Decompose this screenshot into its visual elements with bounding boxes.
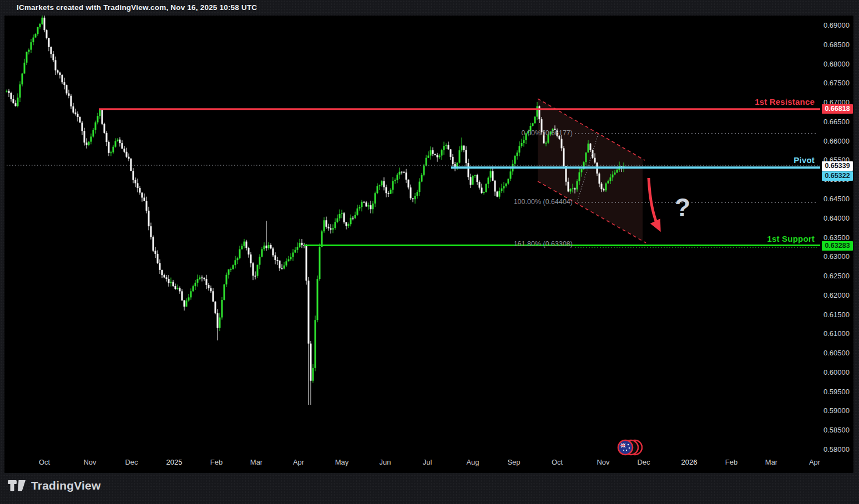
y-axis-tick: 0.62000 [823,291,852,299]
x-axis-tick: Feb [725,458,737,466]
x-axis-tick: Oct [552,458,563,466]
x-axis-tick: Nov [83,458,96,466]
pivot-label: Pivot [794,155,815,165]
y-axis-tick: 0.64000 [823,214,852,222]
y-axis-tick: 0.59000 [823,406,852,415]
y-axis-tick: 0.58000 [823,445,852,454]
x-axis-tick: Dec [125,458,138,466]
y-axis-tick: 0.59500 [823,388,852,396]
fib-level-0-label: 0.00% (0.66177) [522,129,573,137]
x-axis-tick: Aug [466,458,479,466]
last-price-badge: 0.65339 [822,161,853,171]
y-axis-tick: 0.61000 [823,329,852,338]
channel-fill [538,99,643,241]
tradingview-attribution[interactable]: TradingView [8,478,101,493]
plot-layer [6,15,821,405]
australia-flag-icon [616,438,643,458]
tradingview-chart-screenshot: ICmarkets created with TradingView.com, … [0,0,859,504]
x-axis-tick: Nov [597,458,609,466]
y-axis-tick: 0.68500 [823,40,852,49]
y-axis-tick: 0.68000 [823,60,852,68]
x-axis-tick: Dec [637,458,650,466]
y-axis-tick: 0.67500 [823,79,852,87]
x-axis-tick: Sep [507,458,520,466]
x-axis-tick: Jul [423,458,432,466]
x-axis-tick: Jun [380,458,391,466]
fib-level-100-label: 100.00% (0.64404) [514,198,573,206]
x-axis-tick: Feb [210,458,223,466]
tradingview-logo-icon [8,478,26,493]
support-label: 1st Support [767,234,815,243]
x-axis-tick: Oct [39,458,50,466]
y-axis-tick: 0.60000 [823,368,852,376]
x-axis-tick: Apr [293,458,304,466]
x-axis-tick: Mar [250,458,262,466]
y-axis-tick: 0.69000 [823,21,852,29]
y-axis-tick: 0.66500 [823,118,852,126]
resistance-label: 1st Resistance [755,97,815,106]
y-axis-tick: 0.64500 [823,195,852,203]
tradingview-logo-text: TradingView [31,479,101,492]
resistance-price-badge: 0.66818 [822,104,853,114]
y-axis-tick: 0.62500 [823,272,852,280]
x-axis-tick: May [335,458,349,466]
support-price-badge: 0.63283 [822,241,853,251]
x-axis-tick: 2025 [166,458,183,466]
x-axis-tick: 2026 [681,458,698,466]
y-axis-tick: 0.61500 [823,310,852,319]
pivot-price-badge: 0.65322 [822,171,853,181]
y-axis-tick: 0.63500 [823,233,852,242]
y-axis-tick: 0.60500 [823,349,852,357]
y-axis-tick: 0.63000 [823,252,852,261]
y-axis-tick: 0.66000 [823,137,852,145]
x-axis-tick: Mar [765,458,777,466]
x-axis-tick: Apr [809,458,820,466]
question-mark-annotation: ? [669,192,696,222]
candles-layer [6,15,625,405]
down-arrow-annotation [649,178,659,229]
y-axis-tick: 0.58500 [823,426,852,434]
fib-level-161-label: 161.80% (0.63308) [514,240,573,248]
candlestick-chart-canvas[interactable] [0,0,859,504]
